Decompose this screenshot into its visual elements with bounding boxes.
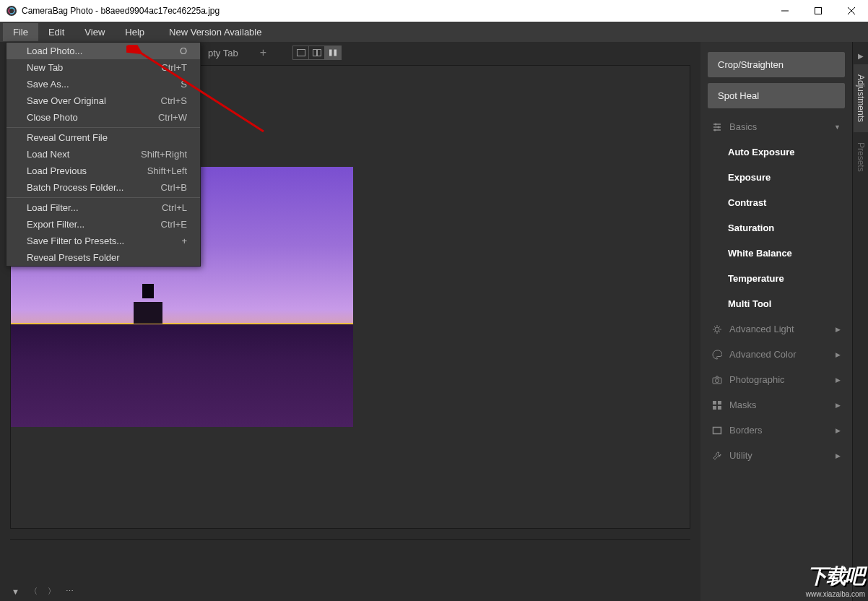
svg-point-17 — [716, 379, 719, 382]
menu-help[interactable]: Help — [115, 23, 155, 41]
svg-rect-19 — [718, 401, 721, 405]
menu-item-shortcut: Ctrl+B — [161, 182, 187, 193]
next-icon[interactable]: 〉 — [48, 586, 56, 597]
menu-item-new-tab[interactable]: New TabCtrl+T — [6, 59, 200, 76]
layout-compare-icon[interactable] — [325, 46, 341, 59]
svg-point-0 — [6, 6, 17, 16]
file-dropdown-menu: Load Photo...ONew TabCtrl+TSave As...SSa… — [6, 42, 201, 267]
crop-straighten-button[interactable]: Crop/Straighten — [708, 52, 845, 77]
menu-item-reveal-presets-folder[interactable]: Reveal Presets Folder — [6, 249, 200, 266]
window-title: CameraBag Photo - b8aeed9904ac17ec46225a… — [22, 6, 220, 16]
adjustment-multi-tool[interactable]: Multi Tool — [708, 291, 845, 316]
rect-icon — [712, 425, 722, 436]
category-masks[interactable]: Masks▶ — [708, 392, 845, 418]
menu-file[interactable]: File — [3, 23, 38, 41]
menu-item-label: Save As... — [27, 79, 69, 90]
prev-icon[interactable]: 〈 — [30, 586, 38, 597]
menu-item-shortcut: Ctrl+T — [161, 62, 187, 73]
category-utility[interactable]: Utility▶ — [708, 443, 845, 468]
adjustment-exposure[interactable]: Exposure — [708, 165, 845, 190]
menu-item-load-filter[interactable]: Load Filter...Ctrl+L — [6, 199, 200, 216]
layout-single-icon[interactable] — [293, 46, 309, 59]
menu-item-label: Load Filter... — [27, 202, 79, 213]
chevron-down-icon: ▼ — [834, 124, 841, 131]
svg-rect-7 — [297, 50, 305, 56]
category-label: Utility — [729, 450, 752, 461]
adjustment-auto-exposure[interactable]: Auto Exposure — [708, 139, 845, 165]
menu-item-load-previous[interactable]: Load PreviousShift+Left — [6, 163, 200, 179]
maximize-button[interactable] — [802, 0, 835, 22]
menu-item-shortcut: O — [180, 46, 187, 56]
side-tabs: ▶ Adjustments Presets — [852, 42, 868, 601]
menu-item-shortcut: Ctrl+E — [161, 219, 187, 230]
collapse-arrow-icon[interactable]: ▶ — [858, 48, 864, 64]
svg-point-12 — [715, 123, 717, 125]
app-icon — [6, 5, 17, 17]
menu-item-save-as[interactable]: Save As...S — [6, 76, 200, 92]
sun-icon — [712, 324, 722, 334]
category-label: Photographic — [729, 374, 785, 385]
menu-item-label: Save Over Original — [27, 95, 106, 106]
menu-edit[interactable]: Edit — [38, 23, 74, 41]
titlebar: CameraBag Photo - b8aeed9904ac17ec46225a… — [0, 0, 868, 22]
chevron-down-icon[interactable]: ▼ — [12, 587, 19, 596]
menu-item-label: Export Filter... — [27, 219, 84, 230]
svg-point-15 — [715, 327, 719, 332]
svg-rect-18 — [713, 401, 716, 405]
menu-item-label: Batch Process Folder... — [27, 182, 123, 193]
svg-rect-22 — [713, 427, 721, 433]
chevron-right-icon: ▶ — [836, 402, 841, 409]
svg-rect-11 — [334, 50, 337, 56]
category-basics[interactable]: Basics▼ — [708, 114, 845, 139]
menu-item-label: Save Filter to Presets... — [27, 235, 124, 246]
menu-item-reveal-current-file[interactable]: Reveal Current File — [6, 129, 200, 146]
svg-point-14 — [714, 129, 716, 131]
menu-new-version[interactable]: New Version Available — [159, 23, 272, 41]
adjustment-contrast[interactable]: Contrast — [708, 190, 845, 215]
tab-empty[interactable]: pty Tab — [198, 43, 248, 63]
menu-item-label: Load Previous — [27, 165, 87, 176]
layout-toggle — [292, 46, 342, 60]
svg-rect-4 — [815, 8, 822, 14]
bottom-bar: ▼ 〈 〉 ⋯ — [10, 539, 690, 601]
svg-rect-20 — [713, 406, 716, 410]
menu-item-close-photo[interactable]: Close PhotoCtrl+W — [6, 109, 200, 126]
menu-item-label: Reveal Current File — [27, 132, 108, 143]
adjustment-white-balance[interactable]: White Balance — [708, 241, 845, 266]
layout-split-icon[interactable] — [309, 46, 325, 59]
tab-adjustments[interactable]: Adjustments — [854, 64, 868, 132]
menu-item-shortcut: S — [181, 79, 187, 90]
menu-item-label: Load Next — [27, 149, 69, 160]
menu-item-label: Load Photo... — [27, 46, 82, 56]
category-advanced-light[interactable]: Advanced Light▶ — [708, 316, 845, 342]
menu-item-load-photo[interactable]: Load Photo...O — [6, 43, 200, 59]
menu-view[interactable]: View — [74, 23, 115, 41]
menu-item-label: Close Photo — [27, 112, 78, 123]
chevron-right-icon: ▶ — [836, 427, 841, 434]
minimize-button[interactable] — [768, 0, 802, 22]
menubar: File Edit View Help New Version Availabl… — [0, 22, 868, 42]
spot-heal-button[interactable]: Spot Heal — [708, 83, 845, 108]
menu-item-save-over-original[interactable]: Save Over OriginalCtrl+S — [6, 92, 200, 109]
category-label: Basics — [729, 121, 757, 132]
menu-item-shortcut: Ctrl+L — [162, 202, 187, 213]
more-icon[interactable]: ⋯ — [66, 587, 74, 596]
close-button[interactable] — [835, 0, 868, 22]
tab-presets[interactable]: Presets — [854, 132, 868, 182]
grid-icon — [712, 400, 722, 410]
category-borders[interactable]: Borders▶ — [708, 418, 845, 443]
menu-item-load-next[interactable]: Load NextShift+Right — [6, 146, 200, 163]
menu-item-label: Reveal Presets Folder — [27, 252, 120, 263]
tab-add-button[interactable]: + — [248, 42, 278, 64]
adjustment-saturation[interactable]: Saturation — [708, 215, 845, 241]
svg-rect-8 — [313, 50, 316, 56]
menu-item-export-filter[interactable]: Export Filter...Ctrl+E — [6, 216, 200, 233]
chevron-right-icon: ▶ — [836, 452, 841, 459]
svg-rect-21 — [718, 406, 721, 410]
adjustments-panel: Crop/Straighten Spot Heal Basics▼Auto Ex… — [700, 42, 852, 601]
menu-item-batch-process-folder[interactable]: Batch Process Folder...Ctrl+B — [6, 179, 200, 196]
category-advanced-color[interactable]: Advanced Color▶ — [708, 342, 845, 367]
category-photographic[interactable]: Photographic▶ — [708, 367, 845, 392]
adjustment-temperature[interactable]: Temperature — [708, 266, 845, 291]
menu-item-save-filter-to-presets[interactable]: Save Filter to Presets...+ — [6, 233, 200, 249]
